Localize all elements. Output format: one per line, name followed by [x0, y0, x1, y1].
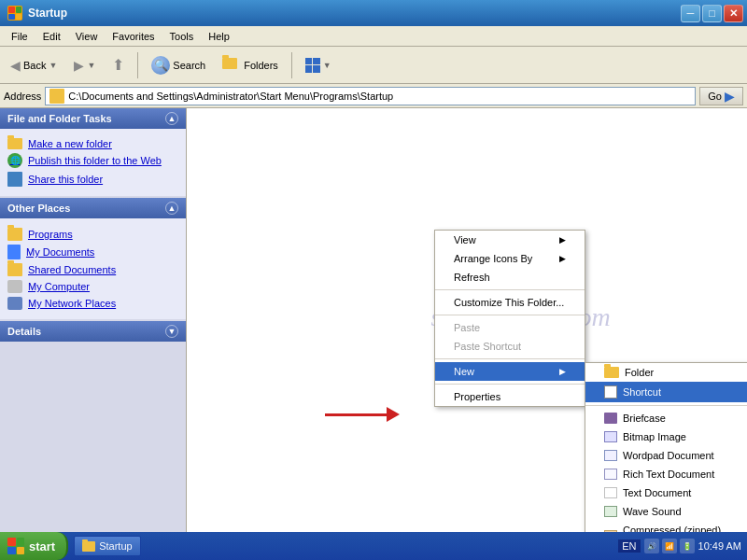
ctx-paste-shortcut-label: Paste Shortcut	[454, 341, 521, 352]
start-button[interactable]: start	[0, 532, 68, 560]
taskbar: start Startup EN 🔊 📶 🔋 10:49 AM	[0, 532, 747, 560]
back-dropdown-icon: ▼	[49, 61, 57, 70]
new-shortcut-label: Shortcut	[623, 386, 661, 398]
new-shortcut-item[interactable]: ↗ Shortcut	[585, 382, 747, 402]
my-computer-label: My Computer	[28, 281, 90, 292]
context-menu: View ▶ Arrange Icons By ▶ Refresh Custom…	[434, 230, 585, 407]
ctx-new-container: New ▶ Folder ↗ Shortcut	[435, 362, 585, 381]
new-zip-item[interactable]: z Compressed (zipped) Folder	[585, 521, 747, 532]
menu-file[interactable]: File	[4, 29, 35, 44]
ctx-customize[interactable]: Customize This Folder...	[435, 293, 585, 312]
new-briefcase-item[interactable]: Briefcase	[585, 409, 747, 427]
shared-documents-link[interactable]: Shared Documents	[7, 261, 178, 278]
new-bitmap-item[interactable]: Bitmap Image	[585, 427, 747, 446]
details-collapse-icon[interactable]: ▼	[165, 325, 178, 338]
new-wordpad-icon	[604, 450, 617, 461]
other-places-content: Programs My Documents Shared Documents M…	[0, 218, 186, 319]
new-wordpad-label: Wordpad Document	[623, 450, 714, 461]
file-folder-tasks-section: File and Folder Tasks ▲ Make a new folde…	[0, 108, 186, 196]
programs-link[interactable]: Programs	[7, 226, 178, 243]
new-zip-label: Compressed (zipped) Folder	[623, 525, 733, 532]
folders-button[interactable]: Folders	[216, 54, 285, 77]
new-wordpad-item[interactable]: Wordpad Document	[585, 446, 747, 465]
make-new-folder-label: Make a new folder	[28, 138, 112, 149]
content-area[interactable]: scnitsupport.com View ▶ Arrange Icons By…	[187, 108, 747, 532]
taskbar-startup-button[interactable]: Startup	[74, 536, 140, 556]
new-briefcase-icon	[604, 413, 617, 424]
ctx-new-label: New	[454, 366, 474, 377]
ctx-paste-shortcut[interactable]: Paste Shortcut	[435, 337, 585, 356]
forward-button[interactable]: ▶ ▼	[67, 54, 102, 77]
minimize-button[interactable]: ─	[681, 5, 700, 22]
taskbar-startup-label: Startup	[99, 540, 132, 552]
other-places-header[interactable]: Other Places ▲	[0, 198, 186, 218]
share-icon	[7, 172, 22, 187]
ctx-refresh-label: Refresh	[454, 272, 490, 283]
back-button[interactable]: ◀ Back ▼	[4, 54, 63, 77]
ctx-new[interactable]: New ▶	[435, 362, 585, 381]
ctx-separator-1	[435, 289, 585, 290]
menu-favorites[interactable]: Favorites	[105, 29, 162, 44]
search-button[interactable]: 🔍 Search	[145, 52, 212, 78]
ctx-properties-label: Properties	[454, 391, 500, 402]
menu-view[interactable]: View	[68, 29, 106, 44]
file-folder-tasks-collapse-icon[interactable]: ▲	[165, 112, 178, 125]
ctx-properties[interactable]: Properties	[435, 387, 585, 406]
other-places-title: Other Places	[7, 203, 70, 214]
forward-arrow-icon: ▶	[74, 58, 84, 73]
new-txt-item[interactable]: Text Document	[585, 483, 747, 502]
other-places-collapse-icon[interactable]: ▲	[165, 202, 178, 215]
toolbar-separator-1	[137, 52, 138, 78]
tray-icon-1: 🔊	[644, 539, 659, 553]
ctx-new-arrow: ▶	[559, 367, 566, 376]
ctx-arrange-label: Arrange Icons By	[454, 253, 532, 264]
taskbar-right: EN 🔊 📶 🔋 10:49 AM	[613, 539, 747, 553]
new-folder-item[interactable]: Folder	[585, 363, 747, 382]
details-title: Details	[7, 326, 41, 337]
new-rtf-item[interactable]: Rich Text Document	[585, 465, 747, 483]
other-places-section: Other Places ▲ Programs My Documents Sha…	[0, 198, 186, 319]
menu-tools[interactable]: Tools	[162, 29, 202, 44]
address-text: C:\Documents and Settings\Administrator\…	[68, 91, 393, 102]
new-submenu: Folder ↗ Shortcut Briefcase Bitmap Image	[585, 362, 747, 532]
publish-folder-link[interactable]: 🌐 Publish this folder to the Web	[7, 151, 178, 170]
new-zip-icon: z	[604, 530, 617, 532]
views-dropdown-icon: ▼	[323, 61, 331, 70]
address-label: Address	[4, 91, 41, 102]
file-folder-tasks-header[interactable]: File and Folder Tasks ▲	[0, 108, 186, 129]
ctx-paste[interactable]: Paste	[435, 318, 585, 337]
maximize-button[interactable]: □	[702, 5, 722, 22]
close-button[interactable]: ✕	[724, 5, 743, 22]
views-button[interactable]: ▼	[299, 54, 338, 77]
go-button[interactable]: Go ▶	[699, 87, 743, 105]
make-folder-icon	[7, 138, 22, 149]
my-network-places-icon	[7, 297, 22, 310]
menu-edit[interactable]: Edit	[35, 29, 68, 44]
window-title: Startup	[28, 7, 67, 20]
publish-folder-label: Publish this folder to the Web	[28, 155, 162, 166]
shared-documents-label: Shared Documents	[28, 264, 116, 275]
toolbar: ◀ Back ▼ ▶ ▼ ⬆ 🔍 Search Folders ▼	[0, 47, 747, 84]
up-button[interactable]: ⬆	[106, 52, 131, 77]
address-bar: Address C:\Documents and Settings\Admini…	[0, 84, 747, 108]
my-computer-link[interactable]: My Computer	[7, 278, 178, 295]
back-label: Back	[23, 60, 46, 71]
ctx-refresh[interactable]: Refresh	[435, 268, 585, 287]
ctx-view[interactable]: View ▶	[435, 231, 585, 249]
address-input[interactable]: C:\Documents and Settings\Administrator\…	[45, 87, 696, 105]
menu-help[interactable]: Help	[201, 29, 237, 44]
window-icon	[7, 6, 22, 21]
my-network-places-link[interactable]: My Network Places	[7, 295, 178, 312]
make-new-folder-link[interactable]: Make a new folder	[7, 136, 178, 151]
share-folder-link[interactable]: Share this folder	[7, 170, 178, 189]
ctx-arrange[interactable]: Arrange Icons By ▶	[435, 249, 585, 268]
clock: 10:49 AM	[698, 540, 741, 552]
ctx-customize-label: Customize This Folder...	[454, 297, 564, 308]
arrow-shared-docs	[325, 405, 400, 424]
new-wave-icon	[604, 506, 617, 517]
new-rtf-label: Rich Text Document	[623, 469, 714, 480]
my-documents-link[interactable]: My Documents	[7, 243, 178, 261]
new-wave-item[interactable]: Wave Sound	[585, 502, 747, 521]
details-header[interactable]: Details ▼	[0, 321, 186, 342]
address-folder-icon	[49, 89, 64, 104]
